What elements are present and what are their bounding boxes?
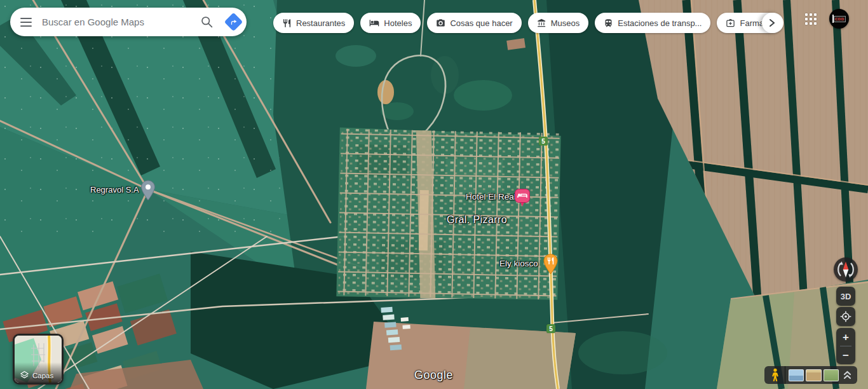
- search-bar: [10, 8, 247, 36]
- route-number: 5: [541, 138, 545, 145]
- search-button[interactable]: [193, 8, 220, 36]
- town-label-gral-pizarro: Gral. Pizarro: [447, 214, 507, 226]
- hotel-icon: [369, 18, 379, 28]
- street-view-imagery-bar: [764, 366, 857, 384]
- layers-widget[interactable]: Capas: [13, 334, 64, 385]
- chip-label: Estaciones de transp...: [618, 18, 702, 28]
- photo-thumbnail-sky[interactable]: [789, 369, 804, 381]
- zoom-control: + −: [836, 328, 855, 364]
- route-number: 5: [549, 325, 553, 332]
- zoom-in-button[interactable]: +: [836, 328, 855, 346]
- layers-icon: [20, 370, 29, 379]
- account-avatar[interactable]: CDD: [829, 9, 849, 29]
- museum-icon: [537, 18, 546, 28]
- avatar-flag-image: CDD: [832, 15, 846, 23]
- chip-label: Cosas que hacer: [450, 18, 512, 28]
- search-input[interactable]: [42, 17, 193, 27]
- chip-cosas-que-hacer[interactable]: Cosas que hacer: [427, 13, 521, 33]
- compass-control[interactable]: [834, 257, 858, 282]
- google-watermark: Google: [414, 369, 453, 382]
- generic-place-pin-icon[interactable]: [140, 180, 156, 201]
- directions-button[interactable]: [220, 8, 247, 36]
- route-5-shield: 5: [539, 137, 548, 146]
- transit-icon: [604, 18, 613, 28]
- chevron-right-icon: [769, 18, 775, 27]
- layers-label: Capas: [32, 372, 53, 379]
- restaurant-pin-icon[interactable]: [543, 254, 559, 275]
- pegman-button[interactable]: [767, 367, 783, 383]
- hamburger-icon: [20, 15, 32, 29]
- 3d-view-button[interactable]: 3D: [836, 287, 855, 306]
- chip-label: Museos: [551, 18, 580, 28]
- route-5-shield: 5: [546, 324, 555, 333]
- chevron-up-double-icon: [843, 370, 852, 380]
- compass-icon: [834, 257, 858, 282]
- 3d-label: 3D: [841, 292, 851, 301]
- photo-thumbnail-green[interactable]: [824, 369, 839, 381]
- restaurant-icon: [282, 18, 292, 28]
- chip-museos[interactable]: Museos: [528, 13, 589, 33]
- chip-estaciones-transporte[interactable]: Estaciones de transp...: [595, 13, 710, 33]
- chip-label: Restaurantes: [296, 18, 345, 28]
- my-location-icon: [839, 310, 852, 323]
- google-maps-app: Regravol S.A Hotel El Real Gral. Pizarro…: [0, 0, 868, 389]
- hotel-pin-icon[interactable]: [514, 188, 531, 210]
- menu-button[interactable]: [10, 8, 42, 36]
- directions-icon: [224, 13, 243, 32]
- photo-thumbnail-field[interactable]: [806, 369, 821, 381]
- poi-label-regravol[interactable]: Regravol S.A: [90, 185, 139, 194]
- chip-hoteles[interactable]: Hoteles: [360, 13, 421, 33]
- poi-label-ely-kiosco[interactable]: Ely kiosco: [499, 259, 538, 268]
- chip-restaurantes[interactable]: Restaurantes: [273, 13, 354, 33]
- pharmacy-icon: [726, 18, 735, 28]
- expand-imagery-button[interactable]: [840, 367, 855, 383]
- chips-scroll-next-button[interactable]: [762, 13, 782, 33]
- pegman-icon: [770, 368, 780, 382]
- poi-label-hotel-el-real[interactable]: Hotel El Real: [466, 192, 516, 201]
- avatar-flag-text: CDD: [834, 16, 846, 22]
- category-chips: Restaurantes Hoteles Cosas que hacer Mus…: [273, 13, 783, 33]
- satellite-map-canvas[interactable]: [0, 0, 868, 389]
- chip-label: Hoteles: [384, 18, 412, 28]
- google-apps-grid-button[interactable]: [805, 13, 817, 25]
- bar-divider: [785, 366, 785, 384]
- my-location-button[interactable]: [836, 307, 855, 326]
- search-icon: [200, 15, 214, 29]
- layers-overlay: Capas: [15, 362, 62, 383]
- camera-icon: [436, 18, 445, 28]
- zoom-out-button[interactable]: −: [836, 346, 855, 364]
